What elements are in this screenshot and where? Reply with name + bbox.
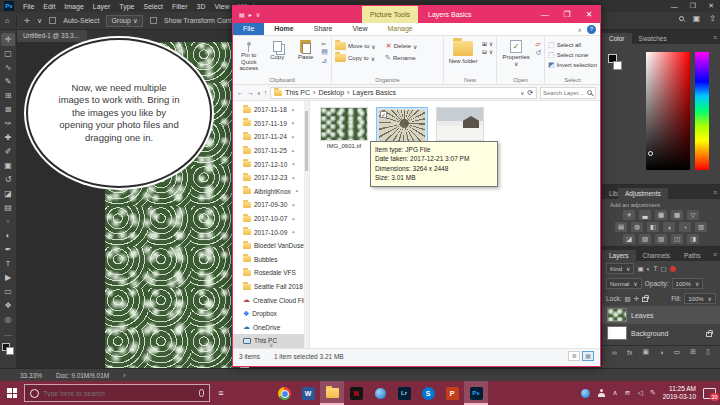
file-thumbnail[interactable]: ✓	[378, 109, 426, 143]
tab-file[interactable]: File	[233, 23, 264, 35]
restore-icon[interactable]: ❐	[556, 10, 578, 19]
invert-adjustment-icon[interactable]: ◪	[623, 234, 635, 244]
color-cursor[interactable]	[648, 151, 653, 156]
file-img-0601[interactable]: IMG_0601.tif	[318, 107, 370, 149]
threshold-adjustment-icon[interactable]: ▨	[655, 234, 667, 244]
layer-row-leaves[interactable]: Leaves	[602, 306, 720, 324]
start-button[interactable]	[0, 381, 24, 405]
status-arrow-icon[interactable]: ›	[123, 372, 125, 379]
tab-home[interactable]: Home	[264, 23, 303, 35]
new-folder-button[interactable]: New folder	[447, 38, 479, 65]
filter-shape-icon[interactable]: ▢	[661, 265, 667, 273]
sidebar-item-folder[interactable]: 2017-12-10✦	[233, 157, 309, 171]
brightness-adjustment-icon[interactable]: ☀	[623, 210, 635, 220]
paste-shortcut-icon[interactable]: ⊿	[321, 57, 328, 65]
lock-all-icon[interactable]	[642, 297, 648, 302]
panel-menu-icon[interactable]: ≡	[713, 251, 717, 258]
sidebar-item-folder[interactable]: 2017-09-30✦	[233, 198, 309, 212]
properties-button[interactable]: ✓Properties ∨	[500, 38, 532, 67]
qat-customize-caret-icon[interactable]: ∨	[256, 11, 260, 18]
taskbar-netflix[interactable]: N	[344, 381, 368, 405]
healing-tool[interactable]: ✚	[1, 131, 15, 144]
sidebar-item-folder[interactable]: Seattle Fall 2018	[233, 280, 309, 294]
eraser-tool[interactable]: ◪	[1, 187, 15, 200]
file-thumbnail[interactable]	[320, 107, 368, 141]
rename-button[interactable]: ✎Rename	[385, 54, 416, 62]
tab-libraries[interactable]: Libraries	[602, 188, 618, 199]
sidebar-item-folder[interactable]: 2017-11-19✦	[233, 117, 309, 131]
layer-effects-icon[interactable]: fx	[627, 349, 632, 356]
menu-layer[interactable]: Layer	[93, 3, 111, 10]
search-icon[interactable]	[587, 90, 592, 95]
selective-color-adjustment-icon[interactable]: ◨	[687, 234, 699, 244]
tab-color[interactable]: Color	[602, 33, 632, 44]
share-icon[interactable]: ⇪	[709, 14, 716, 23]
crop-tool[interactable]: ⊞	[1, 89, 15, 102]
nav-scrollbar[interactable]	[304, 101, 309, 348]
menu-type[interactable]: Type	[119, 3, 134, 10]
new-layer-icon[interactable]: ⊞	[690, 348, 696, 356]
collapse-ribbon-icon[interactable]: ∧	[578, 26, 582, 33]
document-tab[interactable]: Untitled-1 @ 33.3...	[17, 30, 87, 42]
restore-icon[interactable]: ❐	[690, 2, 696, 10]
invert-selection-button[interactable]: ◩Invert selection	[548, 61, 597, 69]
taskbar-powerpoint[interactable]: P	[440, 381, 464, 405]
levels-adjustment-icon[interactable]: ▃	[639, 210, 651, 220]
menu-view[interactable]: View	[215, 3, 230, 10]
blend-mode-dropdown[interactable]: Normal ∨	[606, 278, 642, 289]
edit-toolbar-icon[interactable]: …	[1, 327, 15, 340]
gradient-map-adjustment-icon[interactable]: ◫	[671, 234, 683, 244]
explorer-titlebar[interactable]: ▤ ▸ ∨ Picture Tools Layers Basics — ❐ ✕	[233, 6, 600, 23]
breadcrumb[interactable]: This PC › Desktop › Layers Basics ∨ ⟳	[270, 87, 537, 99]
minimize-icon[interactable]: —	[671, 3, 678, 10]
tab-swatches[interactable]: Swatches	[632, 33, 674, 44]
fill-dropdown[interactable]: 100% ∨	[684, 293, 716, 304]
crumb-desktop[interactable]: Desktop	[318, 89, 344, 96]
sidebar-item-folder[interactable]: Bubbles	[233, 253, 309, 267]
tab-view[interactable]: View	[342, 23, 377, 35]
layer-thumbnail[interactable]	[607, 308, 627, 322]
taskbar-skype[interactable]: S	[416, 381, 440, 405]
quick-selection-tool[interactable]: ✎	[1, 75, 15, 88]
home-icon[interactable]: ⌂	[5, 17, 9, 24]
cortana-icon[interactable]	[30, 389, 39, 398]
move-tool-icon[interactable]: ✛	[24, 17, 30, 25]
exposure-adjustment-icon[interactable]: ▩	[671, 210, 683, 220]
hue-slider[interactable]	[695, 52, 709, 170]
panel-menu-icon[interactable]: ≡	[713, 34, 717, 41]
sidebar-item-onedrive[interactable]: ☁OneDrive	[233, 321, 309, 335]
taskbar-chrome[interactable]	[272, 381, 296, 405]
pin-quick-access-button[interactable]: Pin to Quick access	[236, 38, 261, 72]
cut-icon[interactable]: ✂	[321, 40, 328, 47]
menu-edit[interactable]: Edit	[43, 3, 55, 10]
lock-position-icon[interactable]: ✛	[634, 295, 639, 303]
layer-thumbnail[interactable]	[607, 326, 627, 340]
taskbar-file-explorer[interactable]	[320, 381, 344, 405]
channel-mixer-adjustment-icon[interactable]: ◔	[679, 222, 691, 232]
sidebar-item-folder[interactable]: 2017-10-09✦	[233, 225, 309, 239]
taskbar-browser[interactable]	[368, 381, 392, 405]
photo-filter-adjustment-icon[interactable]: ◑	[663, 222, 675, 232]
lock-transparent-icon[interactable]: ▨	[625, 295, 631, 303]
copy-button[interactable]: Copy	[264, 38, 289, 61]
move-to-button[interactable]: Move to ∨	[335, 42, 376, 50]
pen-tool[interactable]: ✒	[1, 243, 15, 256]
saturation-square[interactable]	[646, 52, 690, 170]
address-caret-icon[interactable]: ∨	[520, 90, 524, 96]
brush-tool[interactable]: ✐	[1, 145, 15, 158]
up-icon[interactable]: ↑	[264, 89, 268, 96]
sidebar-item-folder[interactable]: AlbrightKnox✦	[233, 185, 309, 199]
gradient-tool[interactable]: ▤	[1, 201, 15, 214]
taskbar-lightroom[interactable]: Lr	[392, 381, 416, 405]
tab-manage[interactable]: Manage	[377, 23, 422, 35]
marquee-tool[interactable]: ▢	[1, 47, 15, 60]
sidebar-item-folder[interactable]: Bloedel VanDuse	[233, 239, 309, 253]
taskbar-word[interactable]: W	[296, 381, 320, 405]
delete-button[interactable]: ✕Delete ∨	[386, 42, 418, 50]
refresh-icon[interactable]: ⟳	[527, 89, 533, 97]
hand-tool[interactable]: ❖	[1, 299, 15, 312]
sidebar-item-folder[interactable]: 2017-11-24✦	[233, 130, 309, 144]
forward-icon[interactable]: →	[247, 89, 254, 96]
color-chips[interactable]	[608, 54, 622, 70]
crumb-this-pc[interactable]: This PC	[285, 89, 310, 96]
